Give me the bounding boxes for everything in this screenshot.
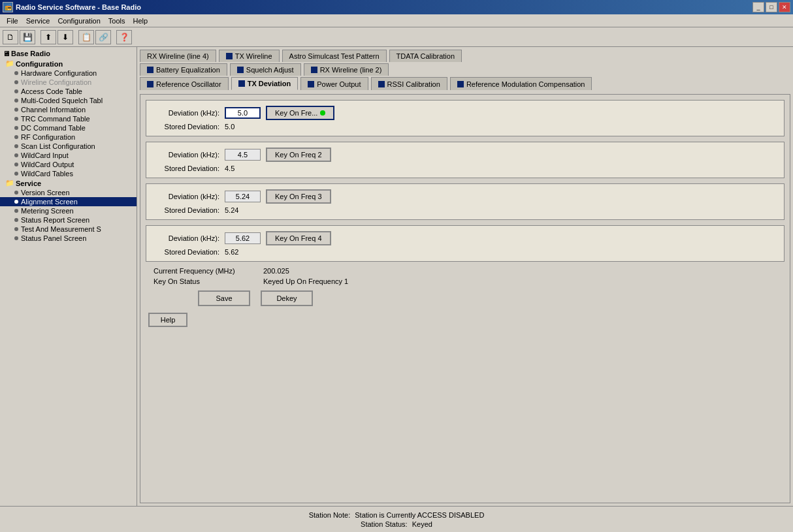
tab-rssi-calibration[interactable]: RSSI Calibration <box>371 77 447 90</box>
sidebar-item-alignment-screen[interactable]: Alignment Screen <box>0 197 137 206</box>
station-note-label: Station Note: <box>309 511 351 519</box>
deviation-label-2: Deviation (kHz): <box>154 151 219 159</box>
tab-icon-ref-osc <box>147 81 154 87</box>
toolbar-btn4[interactable]: 🔗 <box>95 30 111 44</box>
sidebar-item-access-code-table[interactable]: Access Code Table <box>0 87 137 96</box>
key-on-status-label: Key On Status <box>154 277 258 285</box>
key-on-freq-2-button[interactable]: Key On Freq 2 <box>266 148 331 162</box>
panel: Deviation (kHz): Key On Fre... Stored De… <box>140 94 790 503</box>
key-on-freq-1-button[interactable]: Key On Fre... <box>266 106 334 120</box>
stored-deviation-label-1: Stored Deviation: <box>154 123 219 131</box>
sidebar-item-rf-configuration[interactable]: RF Configuration <box>0 133 137 142</box>
tab-rx-wireline-4[interactable]: RX Wireline (line 4) <box>140 50 216 62</box>
tab-power-output[interactable]: Power Output <box>300 77 368 90</box>
sidebar-item-dc-command-table[interactable]: DC Command Table <box>0 123 137 133</box>
deviation-box-2: Deviation (kHz): Key On Freq 2 Stored De… <box>146 142 785 178</box>
tab-row-3: Reference Oscillator TX Deviation Power … <box>140 77 790 90</box>
action-row: Save Dekey <box>146 290 785 306</box>
stored-deviation-label-4: Stored Deviation: <box>154 248 219 256</box>
sidebar-item-wildcard-input[interactable]: WildCard Input <box>0 151 137 160</box>
deviation-label-4: Deviation (kHz): <box>154 234 219 242</box>
close-button[interactable]: ✕ <box>779 2 790 12</box>
tab-icon-squelch <box>237 67 244 73</box>
tab-battery-equalization[interactable]: Battery Equalization <box>140 63 227 76</box>
stored-deviation-value-2: 4.5 <box>225 164 235 172</box>
sidebar: 🖥 Base Radio 📁 Configuration Hardware Co… <box>0 47 137 506</box>
save-button[interactable]: Save <box>198 290 250 306</box>
tab-rx-wireline-2[interactable]: RX Wireline (line 2) <box>304 63 389 76</box>
tab-icon-tx-dev <box>238 80 245 87</box>
toolbar-btn3[interactable]: 📋 <box>78 30 94 44</box>
menu-file[interactable]: File <box>3 16 22 25</box>
sidebar-item-wildcard-tables[interactable]: WildCard Tables <box>0 169 137 178</box>
deviation-label-3: Deviation (kHz): <box>154 193 219 200</box>
menu-service[interactable]: Service <box>22 16 54 25</box>
deviation-input-3[interactable] <box>225 191 261 202</box>
sidebar-item-status-panel-screen[interactable]: Status Panel Screen <box>0 234 137 243</box>
window-title: Radio Service Software - Base Radio <box>16 3 750 11</box>
toolbar: 🗋 💾 ⬆ ⬇ 📋 🔗 ❓ <box>0 27 793 47</box>
sidebar-section-configuration[interactable]: 📁 Configuration <box>0 59 137 69</box>
tab-row-1: RX Wireline (line 4) TX Wireline Astro S… <box>140 50 790 62</box>
green-indicator-dot <box>320 110 325 116</box>
tabs-container: RX Wireline (line 4) TX Wireline Astro S… <box>140 50 790 91</box>
current-freq-row: Current Frequency (MHz) 200.025 <box>146 267 785 275</box>
info-area: Current Frequency (MHz) 200.025 Key On S… <box>146 267 785 285</box>
tab-tx-wireline[interactable]: TX Wireline <box>219 50 280 62</box>
maximize-button[interactable]: □ <box>766 2 777 12</box>
tab-tx-deviation[interactable]: TX Deviation <box>231 77 299 90</box>
key-on-status-row: Key On Status Keyed Up On Frequency 1 <box>146 277 785 285</box>
tab-icon-tx-wireline <box>226 53 233 59</box>
deviation-input-4[interactable] <box>225 232 261 244</box>
menu-configuration[interactable]: Configuration <box>54 16 104 25</box>
window-controls: _ □ ✕ <box>753 2 790 12</box>
sidebar-item-metering-screen[interactable]: Metering Screen <box>0 206 137 215</box>
station-status-value: Keyed <box>412 520 432 528</box>
sidebar-item-status-report-screen[interactable]: Status Report Screen <box>0 215 137 225</box>
sidebar-item-version-screen[interactable]: Version Screen <box>0 188 137 197</box>
menu-tools[interactable]: Tools <box>105 16 129 25</box>
sidebar-item-scan-list[interactable]: Scan List Configuration <box>0 142 137 151</box>
toolbar-new[interactable]: 🗋 <box>3 30 18 44</box>
help-button[interactable]: Help <box>148 313 187 327</box>
toolbar-btn1[interactable]: ⬆ <box>40 30 56 44</box>
minimize-button[interactable]: _ <box>753 2 764 12</box>
stored-deviation-label-2: Stored Deviation: <box>154 164 219 172</box>
tab-reference-oscillator[interactable]: Reference Oscillator <box>140 77 229 90</box>
key-on-freq-4-button[interactable]: Key On Freq 4 <box>266 231 331 245</box>
menu-bar: File Service Configuration Tools Help <box>0 14 793 27</box>
tab-squelch-adjust[interactable]: Squelch Adjust <box>230 63 301 76</box>
tab-astro-simulcast[interactable]: Astro Simulcast Test Pattern <box>282 50 387 62</box>
sidebar-section-service[interactable]: 📁 Service <box>0 178 137 188</box>
sidebar-item-trc-command-table[interactable]: TRC Command Table <box>0 114 137 123</box>
tab-ref-mod-comp[interactable]: Reference Modulation Compensation <box>450 77 592 90</box>
sidebar-item-test-measurement[interactable]: Test And Measurement S <box>0 225 137 234</box>
sidebar-item-wireline-configuration[interactable]: Wireline Configuration <box>0 78 137 87</box>
menu-help[interactable]: Help <box>129 16 152 25</box>
dekey-button[interactable]: Dekey <box>261 290 313 306</box>
deviation-label-1: Deviation (kHz): <box>154 109 219 117</box>
station-notes: Station Note: Station is Currently ACCES… <box>0 506 793 532</box>
app-icon: 📻 <box>3 2 13 12</box>
current-freq-label: Current Frequency (MHz) <box>154 267 258 275</box>
stored-deviation-value-1: 5.0 <box>225 123 235 131</box>
toolbar-save[interactable]: 💾 <box>20 30 35 44</box>
tab-tdata-calibration[interactable]: TDATA Calibration <box>389 50 462 62</box>
stored-deviation-value-3: 5.24 <box>225 206 238 214</box>
tab-icon-rssi <box>378 81 385 87</box>
deviation-input-1[interactable] <box>225 107 261 119</box>
current-freq-value: 200.025 <box>263 267 289 275</box>
deviation-input-2[interactable] <box>225 149 261 161</box>
tab-row-2: Battery Equalization Squelch Adjust RX W… <box>140 63 790 76</box>
sidebar-item-multi-coded-squelch[interactable]: Multi-Coded Squelch Tabl <box>0 96 137 105</box>
sidebar-item-channel-information[interactable]: Channel Information <box>0 105 137 114</box>
toolbar-help[interactable]: ❓ <box>116 30 132 44</box>
sidebar-item-wildcard-output[interactable]: WildCard Output <box>0 160 137 169</box>
key-on-freq-3-button[interactable]: Key On Freq 3 <box>266 189 331 204</box>
deviation-box-3: Deviation (kHz): Key On Freq 3 Stored De… <box>146 183 785 220</box>
toolbar-btn2[interactable]: ⬇ <box>57 30 73 44</box>
key-on-status-value: Keyed Up On Frequency 1 <box>263 277 348 285</box>
deviation-box-1: Deviation (kHz): Key On Fre... Stored De… <box>146 100 785 136</box>
station-note-value: Station is Currently ACCESS DISABLED <box>355 511 484 519</box>
sidebar-item-hardware-configuration[interactable]: Hardware Configuration <box>0 69 137 78</box>
